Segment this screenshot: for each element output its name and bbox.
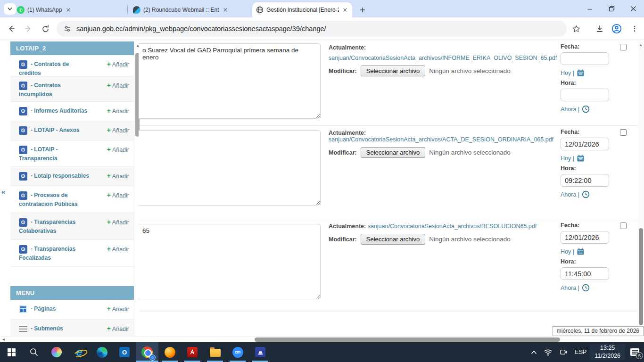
add-link[interactable]: +Añadir bbox=[107, 82, 129, 89]
hoy-link[interactable]: Hoy | bbox=[561, 70, 574, 76]
sidebar-item-contratos-incumplidos[interactable]: ⚙- Contratos incumplidos +Añadir bbox=[10, 76, 134, 102]
hora-input[interactable] bbox=[561, 174, 609, 187]
zoom-icon: zm bbox=[232, 347, 243, 358]
calendar-icon[interactable] bbox=[577, 69, 585, 77]
add-link[interactable]: +Añadir bbox=[107, 146, 129, 153]
tab-roundcube[interactable]: (2) Roundcube Webmail :: Entra bbox=[129, 2, 238, 17]
taskbar-scanner-button[interactable] bbox=[249, 342, 272, 362]
forward-button[interactable] bbox=[23, 23, 34, 34]
notification-center-button[interactable]: 5 bbox=[625, 342, 644, 362]
fecha-input[interactable] bbox=[561, 138, 609, 150]
row-checkbox[interactable] bbox=[620, 129, 627, 136]
calendar-icon[interactable] bbox=[577, 247, 585, 255]
description-textarea[interactable]: o Suarez Vocal del GAD Parroquial primer… bbox=[139, 43, 321, 119]
close-tab-icon[interactable] bbox=[65, 6, 72, 14]
sidebar-item-procesos-contratacion[interactable]: ⚙- Procesos de contratación Públicas +Añ… bbox=[10, 186, 134, 213]
row-checkbox[interactable] bbox=[620, 44, 627, 50]
hoy-link[interactable]: Hoy | bbox=[561, 155, 574, 162]
select-file-button[interactable]: Seleccionar archivo bbox=[361, 147, 425, 158]
add-link[interactable]: +Añadir bbox=[107, 218, 129, 226]
tray-expand-button[interactable] bbox=[528, 342, 540, 362]
sidebar-item-transparencias-colaborativas[interactable]: ⚙- Transparencias Colaborativas +Añadir bbox=[10, 213, 134, 240]
collapse-sidebar-icon[interactable]: « bbox=[1, 188, 5, 196]
taskbar-edge-button[interactable] bbox=[91, 342, 113, 362]
add-link[interactable]: +Añadir bbox=[107, 60, 129, 68]
sidebar-item-lotaip-responsables[interactable]: ⚙- Lotaip responsables +Añadir bbox=[10, 167, 134, 186]
taskbar-search-button[interactable] bbox=[23, 342, 45, 362]
file-link[interactable]: sanjuan/ConvocatoriaSesionActa_archivos/… bbox=[368, 223, 537, 230]
tab-gestion-institucional[interactable]: Gestión Institucional [Enero-202 bbox=[252, 2, 352, 17]
taskbar-copilot-button[interactable] bbox=[45, 342, 68, 362]
close-tab-icon[interactable] bbox=[342, 6, 348, 14]
profile-button[interactable] bbox=[611, 23, 622, 34]
language-indicator[interactable]: ESP bbox=[571, 342, 590, 362]
vertical-scrollbar-thumb[interactable] bbox=[639, 228, 643, 325]
add-link[interactable]: +Añadir bbox=[107, 107, 129, 115]
notification-badge: 5 bbox=[636, 352, 643, 359]
minimize-button[interactable] bbox=[579, 0, 601, 17]
add-link[interactable]: +Añadir bbox=[107, 325, 129, 332]
file-link[interactable]: sanjuan/ConvocatoriaSesionActa_archivos/… bbox=[329, 136, 553, 143]
scroll-up-icon[interactable]: ▲ bbox=[639, 43, 643, 47]
hora-input[interactable] bbox=[561, 89, 609, 101]
taskbar-zoom-button[interactable]: zm bbox=[226, 342, 249, 362]
sidebar-item-lotaip-anexos[interactable]: ⚙- LOTAIP - Anexos +Añadir bbox=[10, 121, 134, 140]
taskbar-explorer-button[interactable] bbox=[204, 342, 226, 362]
reload-button[interactable] bbox=[40, 23, 51, 34]
clock-icon[interactable] bbox=[582, 190, 590, 198]
description-textarea[interactable]: 65 bbox=[139, 224, 321, 299]
new-tab-button[interactable] bbox=[357, 4, 368, 16]
bookmark-button[interactable] bbox=[570, 23, 582, 34]
sidebar-item-transparencias-focalizadas[interactable]: ⚙- Transparencias Focalizadas +Añadir bbox=[10, 240, 134, 267]
vertical-scrollbar[interactable]: ▲ ▼ bbox=[638, 41, 644, 342]
tab-whatsapp[interactable]: ✆ (1) WhatsApp bbox=[13, 2, 125, 17]
file-link[interactable]: sanjuan/ConvocatoriaSesionActa_archivos/… bbox=[329, 55, 557, 61]
taskbar-chrome-button[interactable]: ☺ bbox=[136, 342, 158, 362]
back-button[interactable] bbox=[6, 23, 17, 34]
fecha-input[interactable] bbox=[561, 231, 609, 244]
clock-icon[interactable] bbox=[582, 105, 590, 113]
close-window-button[interactable] bbox=[622, 0, 644, 17]
ahora-link[interactable]: Ahora | bbox=[561, 285, 579, 291]
scroll-left-icon[interactable]: ◄ bbox=[1, 337, 6, 342]
horizontal-scrollbar[interactable]: ◄ bbox=[0, 336, 638, 342]
calendar-icon[interactable] bbox=[577, 154, 585, 162]
select-file-button[interactable]: Seleccionar archivo bbox=[361, 66, 425, 76]
horizontal-scrollbar-thumb[interactable] bbox=[255, 337, 560, 342]
taskbar-outlook-button[interactable]: O bbox=[113, 342, 136, 362]
restore-button[interactable] bbox=[601, 0, 622, 17]
add-link[interactable]: +Añadir bbox=[107, 245, 129, 253]
taskbar-firefox-button[interactable] bbox=[158, 342, 181, 362]
clock-icon[interactable] bbox=[582, 284, 590, 292]
hora-input[interactable] bbox=[561, 267, 609, 280]
address-bar[interactable]: sanjuan.gob.ec/admin/pkg_webpage/convoca… bbox=[57, 21, 567, 37]
hoy-link[interactable]: Hoy | bbox=[561, 248, 574, 255]
add-link[interactable]: +Añadir bbox=[107, 305, 129, 313]
close-tab-icon[interactable] bbox=[222, 6, 229, 14]
tray-meetnow-button[interactable] bbox=[556, 342, 571, 362]
add-link[interactable]: +Añadir bbox=[107, 191, 129, 199]
form-row-acta: Actualmente: sanjuan/ConvocatoriaSesionA… bbox=[140, 125, 638, 219]
ahora-link[interactable]: Ahora | bbox=[561, 191, 579, 198]
taskbar-ie-button[interactable]: e bbox=[68, 342, 91, 362]
forward-icon bbox=[24, 24, 33, 33]
taskbar-acrobat-button[interactable] bbox=[181, 342, 204, 362]
description-textarea[interactable] bbox=[139, 130, 321, 206]
sidebar-item-informes-auditorias[interactable]: ⚙- Informes Auditorías +Añadir bbox=[10, 102, 134, 121]
tray-network-button[interactable] bbox=[540, 342, 556, 362]
sidebar-item-paginas[interactable]: - Páginas +Añadir bbox=[10, 300, 134, 320]
sidebar-item-lotaip-transparencia[interactable]: ⚙- LOTAIP - Transparencia +Añadir bbox=[10, 140, 134, 167]
sidebar-item-contratos-creditos[interactable]: ⚙- Contratos de créditos +Añadir bbox=[10, 55, 134, 76]
fecha-input[interactable] bbox=[561, 52, 609, 65]
add-plus-icon: + bbox=[107, 218, 111, 226]
ahora-link[interactable]: Ahora | bbox=[561, 106, 579, 113]
row-checkbox[interactable] bbox=[620, 222, 627, 229]
taskbar-clock[interactable]: 13:25 11/2/2026 bbox=[590, 344, 625, 360]
select-file-button[interactable]: Seleccionar archivo bbox=[361, 234, 425, 245]
downloads-button[interactable] bbox=[594, 23, 605, 34]
add-link[interactable]: +Añadir bbox=[107, 172, 129, 180]
start-button[interactable] bbox=[0, 342, 23, 362]
browser-menu-button[interactable] bbox=[629, 23, 640, 34]
file-explorer-icon bbox=[210, 349, 221, 357]
add-link[interactable]: +Añadir bbox=[107, 126, 129, 134]
